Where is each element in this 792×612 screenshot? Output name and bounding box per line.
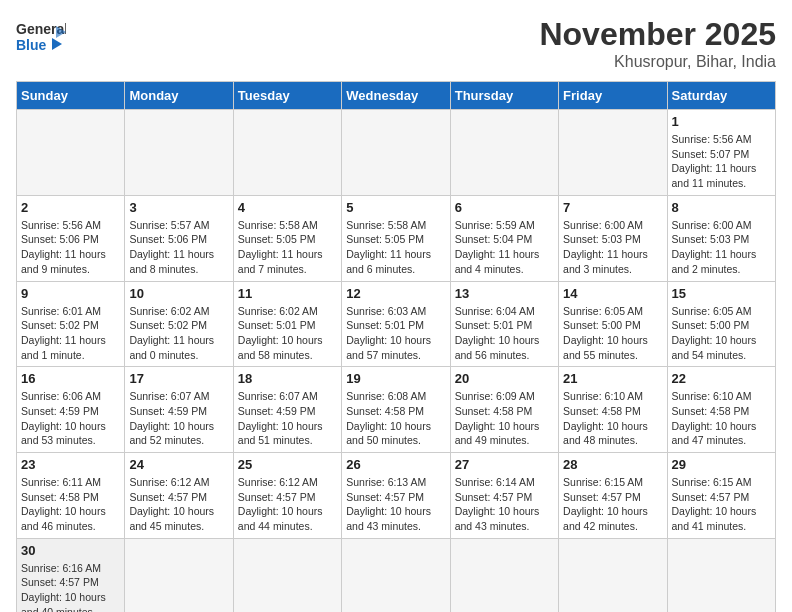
calendar-cell <box>559 110 667 196</box>
calendar-cell: 3Sunrise: 5:57 AM Sunset: 5:06 PM Daylig… <box>125 195 233 281</box>
day-info: Sunrise: 6:10 AM Sunset: 4:58 PM Dayligh… <box>563 389 662 448</box>
day-number: 18 <box>238 371 337 386</box>
month-title: November 2025 <box>539 16 776 53</box>
calendar-cell: 24Sunrise: 6:12 AM Sunset: 4:57 PM Dayli… <box>125 453 233 539</box>
day-info: Sunrise: 6:02 AM Sunset: 5:02 PM Dayligh… <box>129 304 228 363</box>
day-number: 10 <box>129 286 228 301</box>
calendar-week-1: 1Sunrise: 5:56 AM Sunset: 5:07 PM Daylig… <box>17 110 776 196</box>
day-number: 8 <box>672 200 771 215</box>
calendar-cell: 23Sunrise: 6:11 AM Sunset: 4:58 PM Dayli… <box>17 453 125 539</box>
day-number: 9 <box>21 286 120 301</box>
calendar-cell: 18Sunrise: 6:07 AM Sunset: 4:59 PM Dayli… <box>233 367 341 453</box>
day-info: Sunrise: 6:07 AM Sunset: 4:59 PM Dayligh… <box>129 389 228 448</box>
day-info: Sunrise: 5:56 AM Sunset: 5:07 PM Dayligh… <box>672 132 771 191</box>
day-info: Sunrise: 6:09 AM Sunset: 4:58 PM Dayligh… <box>455 389 554 448</box>
calendar-cell: 2Sunrise: 5:56 AM Sunset: 5:06 PM Daylig… <box>17 195 125 281</box>
day-info: Sunrise: 6:16 AM Sunset: 4:57 PM Dayligh… <box>21 561 120 612</box>
calendar-cell: 15Sunrise: 6:05 AM Sunset: 5:00 PM Dayli… <box>667 281 775 367</box>
generalblue-logo-icon: GeneralBlue <box>16 16 66 60</box>
day-info: Sunrise: 6:08 AM Sunset: 4:58 PM Dayligh… <box>346 389 445 448</box>
calendar-cell: 27Sunrise: 6:14 AM Sunset: 4:57 PM Dayli… <box>450 453 558 539</box>
calendar-cell: 12Sunrise: 6:03 AM Sunset: 5:01 PM Dayli… <box>342 281 450 367</box>
calendar-cell <box>125 538 233 612</box>
day-info: Sunrise: 6:10 AM Sunset: 4:58 PM Dayligh… <box>672 389 771 448</box>
calendar-cell: 26Sunrise: 6:13 AM Sunset: 4:57 PM Dayli… <box>342 453 450 539</box>
calendar-cell: 22Sunrise: 6:10 AM Sunset: 4:58 PM Dayli… <box>667 367 775 453</box>
calendar-week-5: 23Sunrise: 6:11 AM Sunset: 4:58 PM Dayli… <box>17 453 776 539</box>
day-info: Sunrise: 6:07 AM Sunset: 4:59 PM Dayligh… <box>238 389 337 448</box>
calendar-cell <box>342 538 450 612</box>
day-info: Sunrise: 6:05 AM Sunset: 5:00 PM Dayligh… <box>672 304 771 363</box>
day-info: Sunrise: 5:56 AM Sunset: 5:06 PM Dayligh… <box>21 218 120 277</box>
day-number: 15 <box>672 286 771 301</box>
calendar-week-3: 9Sunrise: 6:01 AM Sunset: 5:02 PM Daylig… <box>17 281 776 367</box>
calendar-cell: 17Sunrise: 6:07 AM Sunset: 4:59 PM Dayli… <box>125 367 233 453</box>
calendar-cell <box>342 110 450 196</box>
title-block: November 2025 Khusropur, Bihar, India <box>539 16 776 71</box>
day-info: Sunrise: 6:12 AM Sunset: 4:57 PM Dayligh… <box>238 475 337 534</box>
calendar-cell: 10Sunrise: 6:02 AM Sunset: 5:02 PM Dayli… <box>125 281 233 367</box>
day-info: Sunrise: 6:03 AM Sunset: 5:01 PM Dayligh… <box>346 304 445 363</box>
day-number: 2 <box>21 200 120 215</box>
page-header: GeneralBlue November 2025 Khusropur, Bih… <box>16 16 776 71</box>
day-number: 12 <box>346 286 445 301</box>
calendar-cell: 29Sunrise: 6:15 AM Sunset: 4:57 PM Dayli… <box>667 453 775 539</box>
day-info: Sunrise: 6:14 AM Sunset: 4:57 PM Dayligh… <box>455 475 554 534</box>
day-number: 3 <box>129 200 228 215</box>
day-info: Sunrise: 5:59 AM Sunset: 5:04 PM Dayligh… <box>455 218 554 277</box>
day-info: Sunrise: 5:57 AM Sunset: 5:06 PM Dayligh… <box>129 218 228 277</box>
day-number: 16 <box>21 371 120 386</box>
calendar-cell <box>559 538 667 612</box>
weekday-thursday: Thursday <box>450 82 558 110</box>
weekday-friday: Friday <box>559 82 667 110</box>
calendar-cell: 6Sunrise: 5:59 AM Sunset: 5:04 PM Daylig… <box>450 195 558 281</box>
day-number: 5 <box>346 200 445 215</box>
calendar-cell: 28Sunrise: 6:15 AM Sunset: 4:57 PM Dayli… <box>559 453 667 539</box>
calendar-cell <box>233 538 341 612</box>
day-info: Sunrise: 6:15 AM Sunset: 4:57 PM Dayligh… <box>563 475 662 534</box>
calendar-cell <box>667 538 775 612</box>
calendar-cell: 9Sunrise: 6:01 AM Sunset: 5:02 PM Daylig… <box>17 281 125 367</box>
day-info: Sunrise: 6:05 AM Sunset: 5:00 PM Dayligh… <box>563 304 662 363</box>
day-number: 26 <box>346 457 445 472</box>
day-number: 17 <box>129 371 228 386</box>
calendar-cell: 8Sunrise: 6:00 AM Sunset: 5:03 PM Daylig… <box>667 195 775 281</box>
logo: GeneralBlue <box>16 16 66 60</box>
day-number: 28 <box>563 457 662 472</box>
weekday-wednesday: Wednesday <box>342 82 450 110</box>
calendar-cell: 1Sunrise: 5:56 AM Sunset: 5:07 PM Daylig… <box>667 110 775 196</box>
day-info: Sunrise: 5:58 AM Sunset: 5:05 PM Dayligh… <box>238 218 337 277</box>
calendar-cell: 5Sunrise: 5:58 AM Sunset: 5:05 PM Daylig… <box>342 195 450 281</box>
calendar-week-4: 16Sunrise: 6:06 AM Sunset: 4:59 PM Dayli… <box>17 367 776 453</box>
day-number: 6 <box>455 200 554 215</box>
day-number: 19 <box>346 371 445 386</box>
day-number: 24 <box>129 457 228 472</box>
weekday-header-row: SundayMondayTuesdayWednesdayThursdayFrid… <box>17 82 776 110</box>
day-number: 7 <box>563 200 662 215</box>
weekday-tuesday: Tuesday <box>233 82 341 110</box>
day-info: Sunrise: 6:02 AM Sunset: 5:01 PM Dayligh… <box>238 304 337 363</box>
weekday-monday: Monday <box>125 82 233 110</box>
weekday-saturday: Saturday <box>667 82 775 110</box>
calendar-cell: 19Sunrise: 6:08 AM Sunset: 4:58 PM Dayli… <box>342 367 450 453</box>
day-info: Sunrise: 6:11 AM Sunset: 4:58 PM Dayligh… <box>21 475 120 534</box>
calendar-cell: 25Sunrise: 6:12 AM Sunset: 4:57 PM Dayli… <box>233 453 341 539</box>
day-number: 22 <box>672 371 771 386</box>
calendar-table: SundayMondayTuesdayWednesdayThursdayFrid… <box>16 81 776 612</box>
calendar-cell: 16Sunrise: 6:06 AM Sunset: 4:59 PM Dayli… <box>17 367 125 453</box>
day-number: 27 <box>455 457 554 472</box>
day-info: Sunrise: 6:04 AM Sunset: 5:01 PM Dayligh… <box>455 304 554 363</box>
calendar-cell: 21Sunrise: 6:10 AM Sunset: 4:58 PM Dayli… <box>559 367 667 453</box>
calendar-cell <box>125 110 233 196</box>
day-number: 13 <box>455 286 554 301</box>
day-number: 20 <box>455 371 554 386</box>
day-number: 1 <box>672 114 771 129</box>
day-info: Sunrise: 6:12 AM Sunset: 4:57 PM Dayligh… <box>129 475 228 534</box>
day-info: Sunrise: 5:58 AM Sunset: 5:05 PM Dayligh… <box>346 218 445 277</box>
calendar-cell: 14Sunrise: 6:05 AM Sunset: 5:00 PM Dayli… <box>559 281 667 367</box>
calendar-cell: 11Sunrise: 6:02 AM Sunset: 5:01 PM Dayli… <box>233 281 341 367</box>
day-number: 11 <box>238 286 337 301</box>
day-number: 29 <box>672 457 771 472</box>
calendar-cell: 30Sunrise: 6:16 AM Sunset: 4:57 PM Dayli… <box>17 538 125 612</box>
calendar-cell: 20Sunrise: 6:09 AM Sunset: 4:58 PM Dayli… <box>450 367 558 453</box>
